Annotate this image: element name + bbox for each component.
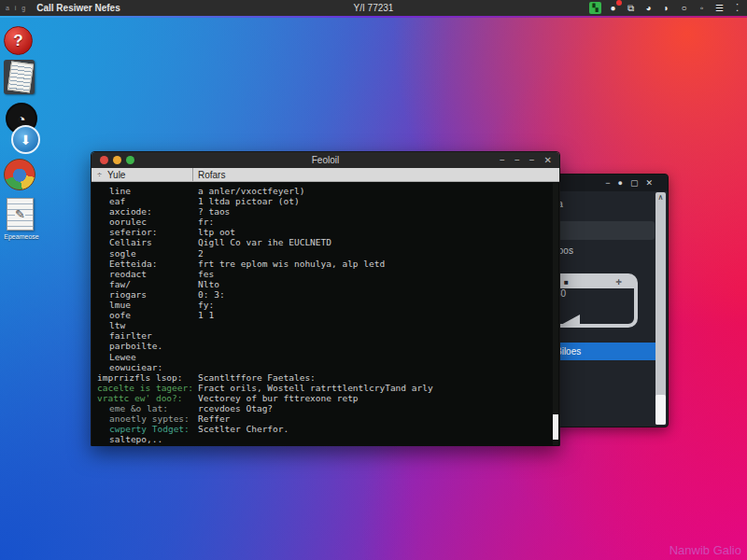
row-value: rcevdoes Otag? (198, 403, 550, 413)
help-icon[interactable]: ? (4, 26, 33, 55)
row-label: eaf (94, 196, 198, 206)
row-label: vrattc ew' doo?: (94, 393, 198, 403)
row-label: eowuciear: (94, 362, 198, 372)
row-value (198, 341, 550, 351)
row-label: riogars (94, 289, 198, 300)
window-control-button[interactable]: − (605, 178, 610, 188)
value-column-header[interactable]: Rofars (198, 170, 225, 180)
row-value: ? taos (198, 206, 550, 217)
green-app-icon[interactable]: ▚ (589, 2, 601, 14)
terminal-row: riogars0: 3: (94, 289, 550, 300)
row-label: seferior: (94, 227, 198, 237)
menu-icon[interactable]: ☰ (713, 2, 726, 14)
row-value: 1 ltda pictoar (ot) (198, 196, 550, 206)
terminal-row: faw/Nlto (94, 279, 550, 289)
row-value: 1 1 (198, 310, 550, 320)
window-control-button[interactable]: − (529, 155, 535, 165)
notepad-paper (7, 61, 34, 92)
row-label: saltepo,.. (94, 434, 198, 444)
move-arrows-icon: ✛ (615, 278, 622, 287)
terminal-row: eaf1 ltda pictoar (ot) (94, 196, 550, 206)
terminal-column-header: ÷ Yule Rofars (92, 168, 559, 182)
terminal-window[interactable]: Feoloil −−−✕ ÷ Yule Rofars linea anler/v… (91, 151, 560, 446)
row-label: ltw (94, 320, 198, 330)
terminal-window-controls: −−−✕ (500, 155, 552, 165)
terminal-row: sogle2 (94, 248, 550, 259)
terminal-row: parboilte. (94, 341, 550, 351)
active-app-title[interactable]: Call Resiwer Nefes (36, 3, 120, 13)
terminal-title: Feoloil (312, 155, 339, 165)
row-value: 2 (198, 248, 550, 259)
settings-scroll-thumb[interactable] (655, 395, 666, 425)
terminal-output[interactable]: linea anler/vxoctfeyerl)eaf1 ltda pictoa… (92, 182, 559, 446)
row-label: faw/ (94, 279, 198, 289)
clock[interactable]: Y/I 77231 (354, 3, 394, 13)
terminal-row: imprrizfls lsop:Scantltffore Faetales: (94, 372, 550, 383)
column-separator (192, 168, 193, 181)
row-label: parboilte. (94, 341, 198, 351)
terminal-scrollbar[interactable] (553, 183, 558, 445)
terminal-row: CellairsQigll Co var ihe EUCLNETD (94, 237, 550, 247)
row-value: frt tre eplom wis nohulya, alp letd (198, 259, 550, 269)
row-value: Fract orils, Wostell ratrttlentlcryTand … (198, 383, 550, 393)
header-plus-icon[interactable]: ÷ (97, 170, 102, 179)
document-edit-icon-label: Epeameose (0, 233, 43, 240)
maximize-light-icon[interactable] (126, 156, 134, 164)
download-icon[interactable]: ⬇ (11, 125, 40, 154)
terminal-scroll-thumb[interactable] (553, 414, 558, 440)
scroll-up-icon[interactable]: ∧ (655, 193, 666, 202)
pencil-icon: ✎ (15, 210, 25, 219)
illustration-notch (559, 315, 580, 326)
close-button[interactable]: ✕ (544, 155, 552, 165)
row-label: eme &o lat: (94, 403, 198, 413)
terminal-row: cwperty Todget:Scetlter Cherfor. (94, 424, 550, 434)
indicator-text[interactable]: ⁚ (731, 2, 743, 14)
row-label: sogle (94, 248, 198, 259)
row-value: ltp oot (198, 227, 550, 237)
row-label: Eetteida: (94, 259, 198, 269)
row-value (198, 330, 550, 341)
browser-icon[interactable] (4, 159, 35, 190)
terminal-titlebar[interactable]: Feoloil −−−✕ (92, 152, 559, 168)
screenshot-icon[interactable]: ⧉ (625, 2, 637, 14)
row-value: Qigll Co var ihe EUCLNETD (198, 237, 550, 247)
minimize-light-icon[interactable] (113, 156, 121, 164)
close-button[interactable]: ✕ (645, 178, 653, 188)
document-edit-icon[interactable]: ✎ (7, 198, 34, 231)
terminal-row: fairlter (94, 330, 550, 341)
terminal-row: vrattc ew' doo?:Vectorey of bur fttrexon… (94, 393, 550, 403)
desktop-watermark: Nanwib Galio (669, 543, 741, 557)
row-label: imprrizfls lsop: (94, 372, 198, 383)
chat-badge-icon[interactable]: ● (607, 2, 619, 14)
window-control-button[interactable]: ● (618, 178, 623, 188)
terminal-row: lmuefy: (94, 300, 550, 310)
terminal-rows: linea anler/vxoctfeyerl)eaf1 ltda pictoa… (94, 186, 550, 444)
notepad-icon[interactable] (4, 60, 35, 94)
row-value (198, 362, 550, 372)
terminal-row: anoetly syptes:Reffer (94, 413, 550, 424)
row-label: lmue (94, 300, 198, 310)
window-control-button[interactable]: ▢ (630, 178, 639, 188)
row-value: 0: 3: (198, 289, 550, 300)
traffic-lights (100, 156, 134, 164)
window-control-button[interactable]: − (500, 155, 505, 165)
circle-icon[interactable]: ○ (678, 2, 690, 14)
window-control-button[interactable]: − (514, 155, 520, 165)
row-value: Scantltffore Faetales: (198, 372, 550, 383)
terminal-row: Eetteida:frt tre eplom wis nohulya, alp … (94, 259, 550, 269)
speech-icon[interactable]: ◗ (660, 2, 672, 14)
square-icon: ■ (564, 278, 569, 287)
terminal-row: eowuciear: (94, 362, 550, 372)
row-label: line (94, 186, 198, 196)
name-column-header[interactable]: Yule (107, 170, 125, 180)
topbar-accent-line (0, 16, 747, 18)
dot-icon[interactable]: ◦ (696, 2, 708, 14)
browser-swirl-icon[interactable]: ◕ (642, 2, 655, 14)
system-tray: ▚●⧉◕◗○◦☰⁚ (589, 0, 743, 16)
row-label: axciode: (94, 206, 198, 217)
terminal-row: Lewee (94, 352, 550, 362)
close-light-icon[interactable] (100, 156, 108, 164)
settings-scrollbar[interactable]: ∧ (655, 192, 666, 425)
terminal-row: ltw (94, 320, 550, 330)
terminal-row: saltepo,.. (94, 434, 550, 444)
